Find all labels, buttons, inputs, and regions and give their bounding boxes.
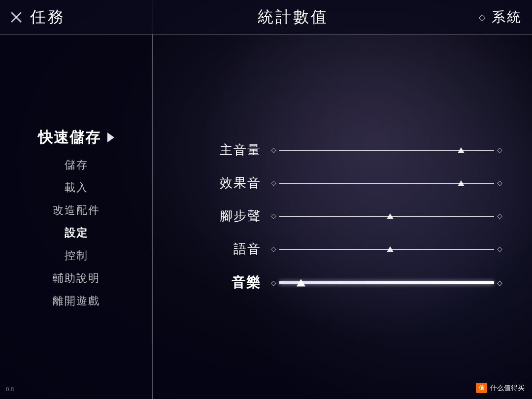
nav-left: 任務 bbox=[0, 6, 153, 28]
footstep-volume-slider[interactable]: ◇ ◇ bbox=[271, 212, 502, 220]
slider-left-icon: ◇ bbox=[271, 179, 276, 187]
back-icon[interactable] bbox=[7, 8, 25, 26]
slider-thumb[interactable] bbox=[297, 279, 305, 287]
slider-right-icon: ◇ bbox=[497, 179, 502, 187]
slider-left-icon: ◇ bbox=[271, 245, 276, 253]
music-volume-slider[interactable]: ◇ ◇ bbox=[271, 279, 502, 287]
music-volume-row: 音樂 ◇ ◇ bbox=[192, 273, 502, 292]
sidebar-item-settings[interactable]: 設定 bbox=[65, 226, 88, 240]
sidebar-item-controls[interactable]: 控制 bbox=[65, 248, 88, 263]
sfx-volume-slider[interactable]: ◇ ◇ bbox=[271, 179, 502, 187]
watermark-badge: 值 bbox=[476, 383, 487, 393]
sidebar-item-save[interactable]: 儲存 bbox=[65, 158, 88, 172]
nav-right: ◇ 系統 bbox=[433, 8, 532, 27]
slider-track[interactable] bbox=[279, 216, 494, 217]
master-volume-label: 主音量 bbox=[192, 141, 261, 159]
version-text: 0.8 bbox=[6, 385, 14, 393]
nav-left-title[interactable]: 任務 bbox=[30, 6, 66, 28]
slider-right-icon: ◇ bbox=[497, 279, 502, 287]
diamond-icon: ◇ bbox=[479, 12, 486, 23]
game-ui: 任務 統計數值 ◇ 系統 快速儲存 儲存 載入 改造配件 設定 控制 輔助說明 … bbox=[0, 0, 532, 399]
slider-thumb[interactable] bbox=[387, 213, 394, 219]
arrow-right-icon bbox=[107, 133, 114, 142]
music-volume-label: 音樂 bbox=[192, 273, 261, 292]
watermark-site: 什么值得买 bbox=[490, 384, 525, 393]
sidebar-item-quit[interactable]: 離開遊戲 bbox=[53, 294, 100, 308]
sidebar: 快速儲存 儲存 載入 改造配件 設定 控制 輔助說明 離開遊戲 bbox=[0, 34, 153, 399]
slider-right-icon: ◇ bbox=[497, 146, 502, 154]
footstep-volume-row: 腳步聲 ◇ ◇ bbox=[192, 207, 502, 225]
slider-track[interactable] bbox=[279, 249, 494, 250]
slider-left-icon: ◇ bbox=[271, 279, 276, 287]
top-nav: 任務 統計數值 ◇ 系統 bbox=[0, 0, 532, 34]
sidebar-item-help[interactable]: 輔助說明 bbox=[53, 271, 100, 286]
slider-right-icon: ◇ bbox=[497, 245, 502, 253]
footstep-volume-label: 腳步聲 bbox=[192, 207, 261, 225]
slider-thumb[interactable] bbox=[458, 147, 465, 153]
voice-volume-label: 語音 bbox=[192, 240, 261, 258]
sidebar-item-load[interactable]: 載入 bbox=[65, 180, 88, 195]
master-volume-slider[interactable]: ◇ ◇ bbox=[271, 146, 502, 154]
content-area: 快速儲存 儲存 載入 改造配件 設定 控制 輔助說明 離開遊戲 主音量 ◇ ◇ bbox=[0, 34, 532, 399]
slider-track[interactable] bbox=[279, 281, 494, 284]
slider-track[interactable] bbox=[279, 183, 494, 184]
voice-volume-slider[interactable]: ◇ ◇ bbox=[271, 245, 502, 253]
watermark: 值 什么值得买 bbox=[476, 383, 525, 393]
nav-right-title[interactable]: 系統 bbox=[492, 8, 522, 27]
sidebar-item-quick-save[interactable]: 快速儲存 bbox=[38, 128, 114, 148]
nav-center: 統計數值 bbox=[153, 6, 433, 28]
sfx-volume-label: 效果音 bbox=[192, 174, 261, 192]
nav-center-title[interactable]: 統計數值 bbox=[258, 6, 329, 28]
slider-left-icon: ◇ bbox=[271, 212, 276, 220]
sidebar-item-mod[interactable]: 改造配件 bbox=[53, 203, 100, 218]
voice-volume-row: 語音 ◇ ◇ bbox=[192, 240, 502, 258]
sfx-volume-row: 效果音 ◇ ◇ bbox=[192, 174, 502, 192]
slider-right-icon: ◇ bbox=[497, 212, 502, 220]
slider-thumb[interactable] bbox=[458, 180, 465, 186]
settings-panel: 主音量 ◇ ◇ 效果音 ◇ ◇ bbox=[153, 34, 532, 399]
slider-left-icon: ◇ bbox=[271, 146, 276, 154]
master-volume-row: 主音量 ◇ ◇ bbox=[192, 141, 502, 159]
slider-thumb[interactable] bbox=[387, 246, 394, 252]
slider-track[interactable] bbox=[279, 150, 494, 151]
